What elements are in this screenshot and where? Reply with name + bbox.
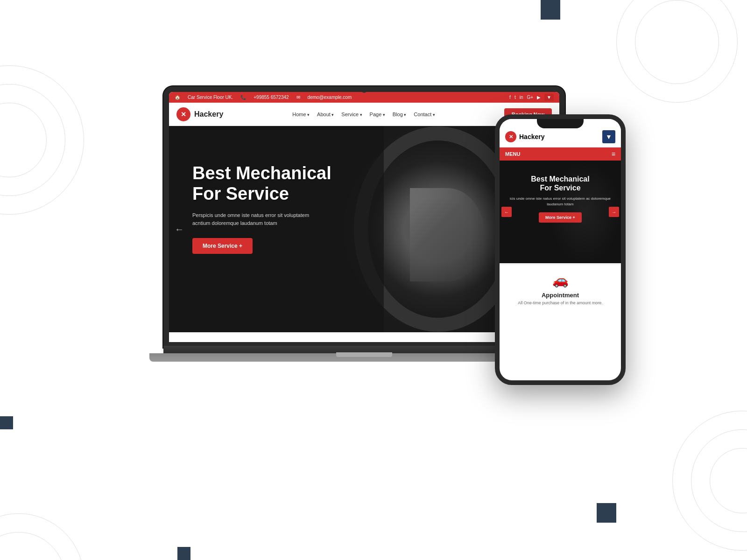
home-icon: 🏠 [175,95,180,100]
gplus-icon: G+ [527,95,533,100]
hero-cta-button[interactable]: More Service + [192,238,253,254]
hero-content: Best Mechanical For Service Perspicis un… [192,163,331,254]
phone-device: ✕ Hackery ▼ MENU ≡ [495,114,626,385]
phone-service-title: Appointment [505,292,615,299]
phone-prev-arrow[interactable]: ← [501,207,512,217]
phone-hero-title-line1: Best Mechanical [505,175,615,183]
hero-subtitle: Perspicis unde omne iste natus error sit… [192,211,323,227]
nav-page[interactable]: Page [370,112,385,117]
nav-blog[interactable]: Blog [393,112,407,117]
phone-bezel: ✕ Hackery ▼ MENU ≡ [495,114,626,385]
phone-screen: ✕ Hackery ▼ MENU ≡ [500,119,621,380]
hero-prev-arrow[interactable]: ← [175,224,184,235]
devices-wrapper: 🏠 Car Service Floor UK. 📞 +99855 6572342… [140,58,607,502]
hamburger-icon[interactable]: ≡ [612,150,615,158]
topbar-address: Car Service Floor UK. [188,95,233,100]
logo-icon: ✕ [176,107,190,121]
phone-menu-button[interactable]: ▼ [602,130,615,143]
phone-service-text: All One-time purchase of in the amount m… [505,301,615,305]
nav-links: Home About Service Page Blog Contact [292,112,435,117]
nav-service[interactable]: Service [341,112,362,117]
brand-name: Hackery [194,110,223,119]
phone-service-section: 🚗 Appointment All One-time purchase of i… [500,265,621,313]
twitter-icon: t [514,95,516,100]
topbar-phone: +99855 6572342 [254,95,289,100]
hero-title-line2: For Service [192,184,331,204]
phone-notch [537,119,584,128]
phone-icon: 📞 [240,95,246,100]
nav-home[interactable]: Home [292,112,310,117]
car-icon: 🚗 [505,273,615,288]
phone-hero-title-line2: For Service [505,183,615,192]
phone-hero-title: Best Mechanical For Service [505,175,615,192]
nav-contact[interactable]: Contact [414,112,435,117]
phone-brand-name: Hackery [519,133,545,140]
topbar-left: 🏠 Car Service Floor UK. 📞 +99855 6572342… [175,95,352,100]
phone-logo: ✕ Hackery [505,131,545,142]
phone-menu-bar: MENU ≡ [500,147,621,161]
topbar-email: demo@example.com [308,95,352,100]
youtube-icon: ▶ [537,95,541,100]
facebook-icon: f [509,95,511,100]
hero-title-line1: Best Mechanical [192,163,331,184]
laptop-hinge [336,352,392,357]
main-content: 🏠 Car Service Floor UK. 📞 +99855 6572342… [0,0,747,560]
phone-logo-icon: ✕ [505,131,516,142]
website-topbar: 🏠 Car Service Floor UK. 📞 +99855 6572342… [169,92,559,103]
phone-hero: Best Mechanical For Service icis unde om… [500,161,621,263]
phone-menu-label: MENU [505,151,520,157]
phone-next-arrow[interactable]: → [609,207,619,217]
email-icon: ✉ [296,95,300,100]
topbar-right: f t in G+ ▶ ▼ [509,94,554,101]
lang-btn[interactable]: ▼ [544,94,554,101]
laptop-camera [362,88,366,93]
instagram-icon: in [520,95,523,100]
nav-about[interactable]: About [317,112,334,117]
phone-hero-text: icis unde omne iste natus error sit volu… [505,196,615,206]
nav-logo: ✕ Hackery [176,107,223,121]
phone-hero-arrows: ← → [500,207,621,217]
hero-title: Best Mechanical For Service [192,163,331,204]
